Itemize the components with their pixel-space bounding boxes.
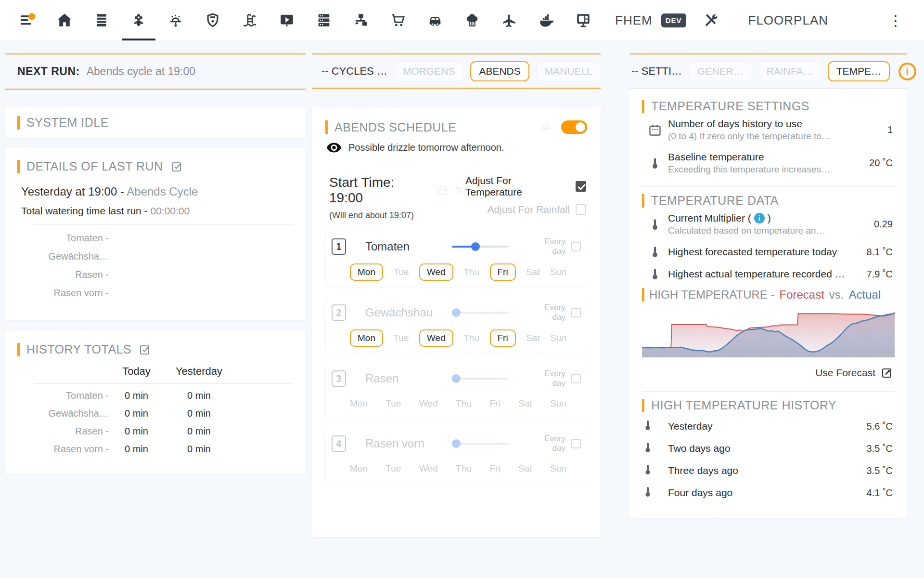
multiplier-title-open: Current Multiplier ( — [668, 212, 751, 224]
calendar-ghost-icon — [436, 184, 448, 196]
nav-item-docker[interactable] — [535, 0, 557, 40]
system-status-text: SYSTEM IDLE — [26, 116, 109, 130]
nav-item-dashboard[interactable] — [572, 0, 594, 40]
tab-tempe[interactable]: TEMPE… — [828, 61, 890, 81]
day-chip-wed[interactable]: Wed — [419, 329, 453, 347]
day-chip-thu[interactable]: Thu — [463, 330, 479, 346]
setting-row-days-history: Number of days history to use (0 to 4) I… — [642, 113, 895, 146]
divider — [34, 224, 293, 225]
day-chip-mon[interactable]: Mon — [350, 395, 368, 412]
day-chip-sun[interactable]: Sun — [550, 264, 566, 280]
sprinkler-ghost-icon — [538, 120, 552, 134]
divider — [642, 186, 895, 187]
nav-item-pool[interactable] — [239, 0, 261, 40]
day-chip-thu[interactable]: Thu — [456, 395, 472, 412]
next-run-banner: NEXT RUN: Abends cycle at 19:00 — [5, 53, 306, 90]
nav-item-fhem[interactable]: FHEM — [615, 13, 653, 28]
day-chip-mon[interactable]: Mon — [350, 263, 383, 281]
use-forecast-button[interactable]: Use Forecast — [642, 359, 895, 384]
table-row: Gewächsha…0 min0 min — [17, 405, 293, 422]
info-icon[interactable]: i — [898, 63, 916, 80]
expand-checkbox-icon[interactable] — [139, 344, 151, 355]
day-chip-sun[interactable]: Sun — [550, 395, 566, 412]
day-chip-fri[interactable]: Fri — [490, 460, 500, 477]
zone-duration-slider[interactable] — [452, 374, 509, 383]
day-chip-thu[interactable]: Thu — [463, 264, 479, 280]
day-chip-tue[interactable]: Tue — [385, 460, 401, 477]
day-chip-sun[interactable]: Sun — [550, 330, 566, 346]
day-chip-fri[interactable]: Fri — [490, 395, 500, 412]
temp-history-label: Two days ago — [668, 443, 848, 454]
day-chip-tue[interactable]: Tue — [393, 330, 409, 346]
nav-item-security[interactable] — [202, 0, 224, 40]
kebab-menu-icon[interactable]: ⋮ — [886, 12, 906, 29]
adjust-rainfall-checkbox[interactable] — [576, 204, 586, 215]
nav-item-car[interactable] — [424, 0, 446, 40]
day-chip-mon[interactable]: Mon — [350, 329, 383, 347]
column-today: Today — [109, 365, 164, 378]
slider-knob[interactable] — [452, 439, 461, 448]
day-chip-fri[interactable]: Fri — [490, 263, 516, 281]
dev-badge[interactable]: DEV — [661, 13, 686, 27]
day-chip-thu[interactable]: Thu — [456, 460, 472, 477]
nav-item-irrigation[interactable] — [128, 0, 150, 40]
info-icon[interactable]: i — [754, 213, 765, 223]
nav-item-cooking[interactable] — [461, 0, 483, 40]
nav-item-blinds[interactable] — [90, 0, 113, 40]
history-row-label: Tomaten - — [17, 387, 109, 405]
expand-checkbox-icon[interactable] — [171, 161, 182, 172]
every-day-checkbox[interactable] — [571, 439, 581, 448]
accent-bar — [642, 100, 644, 113]
adjust-options: Adjust For Temperature Adjust For Rainfa… — [465, 175, 586, 221]
slider-knob[interactable] — [452, 374, 461, 383]
nav-item-tools[interactable] — [700, 0, 722, 40]
tab-gener[interactable]: GENER… — [689, 61, 752, 81]
setting-subtitle: (0 to 4) If zero only the temperature to… — [668, 131, 848, 142]
zone-duration-slider[interactable] — [452, 242, 509, 251]
data-title: Highest actual temperature recorded … — [668, 268, 848, 280]
nav-item-sprinkler[interactable] — [165, 0, 187, 40]
setting-value[interactable]: 1 — [848, 124, 895, 135]
nav-item-shopping[interactable] — [387, 0, 409, 40]
nav-item-floorplan[interactable]: FLOORPLAN — [748, 13, 829, 28]
last-run-card: DETAILS OF LAST RUN Yesterday at 19:00 -… — [5, 148, 306, 320]
every-day-checkbox[interactable] — [571, 242, 581, 251]
every-day-checkbox[interactable] — [571, 374, 581, 383]
tab-rainfa[interactable]: RAINFA… — [758, 61, 822, 81]
nav-item-network[interactable] — [350, 0, 372, 40]
day-chip-wed[interactable]: Wed — [419, 263, 453, 281]
zone-duration-slider[interactable] — [452, 308, 509, 317]
day-chip-sat[interactable]: Sat — [526, 330, 540, 346]
adjust-temperature-checkbox[interactable] — [576, 181, 586, 192]
weather-note: Possible drizzle tomorrow afternoon. — [348, 142, 504, 153]
dashboard-monitor-icon — [575, 12, 591, 28]
nav-item-server[interactable] — [313, 0, 335, 40]
every-day-checkbox[interactable] — [571, 308, 581, 317]
tab-morgens[interactable]: MORGENS — [394, 61, 464, 81]
history-today-value: 0 min — [109, 405, 164, 422]
data-row-forecast-high: Highest forecasted temperature today 8.1… — [642, 241, 895, 263]
nav-item-flight[interactable] — [498, 0, 520, 40]
setting-value[interactable]: 20 ˚C — [848, 158, 895, 169]
data-title: Highest forecasted temperature today — [668, 246, 848, 258]
tab-manuell[interactable]: MANUELL — [536, 61, 601, 81]
day-chip-sat[interactable]: Sat — [526, 264, 540, 280]
day-chip-wed[interactable]: Wed — [419, 395, 438, 412]
nav-item-menu[interactable] — [16, 0, 38, 40]
day-chip-tue[interactable]: Tue — [393, 264, 409, 280]
zone-duration-slider[interactable] — [452, 439, 509, 448]
day-chip-tue[interactable]: Tue — [385, 395, 401, 412]
slider-knob[interactable] — [452, 308, 461, 317]
nav-item-media-player[interactable] — [276, 0, 298, 40]
day-chip-wed[interactable]: Wed — [419, 460, 438, 477]
day-chip-sun[interactable]: Sun — [550, 460, 566, 477]
slider-knob[interactable] — [471, 242, 480, 251]
day-chip-mon[interactable]: Mon — [350, 460, 368, 477]
day-chip-sat[interactable]: Sat — [518, 460, 532, 477]
tab-abends[interactable]: ABENDS — [470, 61, 529, 81]
start-time-text[interactable]: Start Time: 19:00 — [329, 175, 431, 206]
nav-item-home-automation[interactable] — [53, 0, 76, 40]
day-chip-sat[interactable]: Sat — [518, 395, 532, 412]
day-chip-fri[interactable]: Fri — [490, 329, 516, 347]
schedule-enabled-toggle[interactable] — [561, 120, 587, 134]
